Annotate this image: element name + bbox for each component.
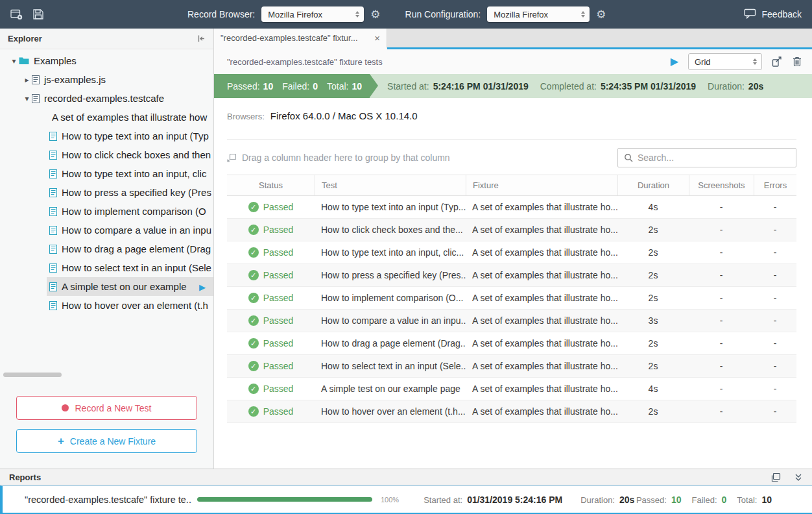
status-text: Passed [263,202,294,212]
tree-test-item[interactable]: How to select text in an input (Sele [0,258,213,277]
run-configuration-select[interactable]: Mozilla Firefox [487,6,590,22]
completed-at-label: Completed at: [540,81,597,92]
create-new-fixture-button[interactable]: + Create a New Fixture [16,429,197,453]
duration-cell: 2s [617,270,689,280]
column-header-status[interactable]: Status [227,175,315,195]
close-tab-icon[interactable]: × [369,32,380,43]
results-grid: Status Test Fixture Duration Screenshots… [227,175,796,423]
table-row[interactable]: ✓Passed How to drag a page element (Drag… [227,332,796,355]
errors-cell: - [754,247,796,258]
tree-test-label: How to select text in an input (Sele [62,262,211,273]
caret-right-icon[interactable]: ▸ [22,75,32,84]
duration-cell: 4s [617,384,689,394]
save-icon[interactable] [33,9,43,19]
column-header-fixture[interactable]: Fixture [466,175,617,195]
table-row[interactable]: ✓Passed How to compare a value in an inp… [227,310,796,332]
record-browser-select[interactable]: Mozilla Firefox [261,6,364,22]
tree-test-item[interactable]: How to compare a value in an inpu [0,221,213,239]
table-row[interactable]: ✓Passed How to click check boxes and the… [227,219,796,241]
report-row[interactable]: "recorded-examples.testcafe" fixture te.… [0,485,812,514]
collapse-reports-icon[interactable] [794,473,803,482]
tree-test-label: How to drag a page element (Drag [62,243,211,254]
tree-test-item[interactable]: How to drag a page element (Drag [0,239,213,258]
table-row[interactable]: ✓Passed How to type text into an input (… [227,196,796,219]
status-text: Passed [263,406,294,417]
screenshots-cell: - [689,293,754,303]
tree-test-item[interactable]: How to type text into an input (Typ [0,127,213,145]
duration-cell: 2s [617,338,689,349]
tree-test-item[interactable]: How to press a specified key (Pres [0,183,213,202]
tree-test-item[interactable]: How to click check boxes and then [0,145,213,164]
search-box[interactable] [617,148,796,167]
scrollbar-thumb[interactable] [3,373,62,377]
tab-recorded-examples[interactable]: "recorded-examples.testcafe" fixtur... × [214,29,387,49]
tree-test-item[interactable]: How to implement comparison (O [0,202,213,221]
new-test-icon[interactable] [10,9,23,20]
test-file-icon [49,263,57,273]
feedback-button[interactable]: Feedback [744,8,802,21]
run-configuration-settings-icon[interactable]: ⚙ [596,9,606,20]
run-test-icon[interactable]: ▶ [199,282,206,291]
run-all-tests-button[interactable]: ▶ [671,56,678,67]
tree-horizontal-scrollbar[interactable] [3,371,210,378]
status-text: Passed [263,361,294,371]
table-row[interactable]: ✓Passed How to hover over an element (t.… [227,400,796,423]
tree-test-item[interactable]: How to type text into an input, clic [0,164,213,183]
tree-fixture-item[interactable]: A set of examples that illustrate how [0,108,213,127]
record-new-test-label: Record a New Test [75,403,151,413]
column-header-screenshots[interactable]: Screenshots [689,175,754,195]
screenshots-cell: - [689,406,754,417]
test-cell: How to hover over an element (t.h... [315,406,466,417]
started-at-value: 5:24:16 PM 01/31/2019 [433,81,529,92]
report-duration-group: Duration: 20s [580,495,634,505]
screenshots-cell: - [689,225,754,235]
test-file-icon [49,226,57,235]
screenshots-cell: - [689,384,754,394]
tree-test-item-selected[interactable]: A simple test on our example ▶ [0,277,213,296]
table-row[interactable]: ✓Passed How to type text into an input, … [227,241,796,264]
duration-cell: 2s [617,293,689,303]
reports-title: Reports [9,472,771,482]
status-text: Passed [263,293,294,303]
passed-check-icon: ✓ [248,202,259,212]
errors-cell: - [754,338,796,349]
open-in-window-icon[interactable] [772,56,783,67]
table-row[interactable]: ✓Passed How to select text in an input (… [227,355,796,378]
tree-folder-examples[interactable]: ▾ Examples [0,51,213,70]
record-browser-settings-icon[interactable]: ⚙ [370,9,380,20]
tree-test-item[interactable]: How to hover over an element (t.h [0,296,213,315]
test-cell: How to drag a page element (Drag... [315,338,466,349]
tree-file-recorded-examples[interactable]: ▾ recorded-examples.testcafe [0,89,213,108]
report-passed-value: 10 [671,495,682,505]
report-stack-icon[interactable] [771,472,781,482]
tree-test-label: How to implement comparison (O [62,206,206,217]
report-duration-value: 20s [619,495,634,505]
search-input[interactable] [638,153,790,163]
test-cell: How to select text in an input (Sele... [315,361,466,371]
tab-strip: "recorded-examples.testcafe" fixtur... × [214,29,812,49]
browsers-row: Browsers: Firefox 64.0.0 / Mac OS X 10.1… [214,98,812,121]
select-stepper-icon [355,11,359,18]
column-header-test[interactable]: Test [315,175,466,195]
record-new-test-button[interactable]: Record a New Test [16,396,197,420]
column-header-duration[interactable]: Duration [617,175,689,195]
started-at-label: Started at: [387,81,429,92]
passed-check-icon: ✓ [248,406,259,417]
record-dot-icon [62,404,69,411]
group-drop-zone[interactable]: Drag a column header here to group by th… [227,153,611,163]
table-row[interactable]: ✓Passed A simple test on our example pag… [227,378,796,400]
plus-icon: + [58,435,64,447]
caret-down-icon[interactable]: ▾ [9,56,19,66]
tree-file-js-examples[interactable]: ▸ js-examples.js [0,70,213,89]
report-progress-percent: 100% [381,496,399,504]
caret-down-icon[interactable]: ▾ [22,94,32,103]
collapse-explorer-icon[interactable] [197,34,206,43]
test-file-icon [49,169,57,178]
record-browser-group: Record Browser: Mozilla Firefox ⚙ [187,6,381,22]
screenshots-cell: - [689,315,754,326]
view-mode-select[interactable]: Grid [688,53,762,70]
delete-results-icon[interactable] [793,56,802,67]
table-row[interactable]: ✓Passed How to implement comparison (O..… [227,287,796,310]
column-header-errors[interactable]: Errors [754,175,796,195]
table-row[interactable]: ✓Passed How to press a specified key (Pr… [227,264,796,287]
